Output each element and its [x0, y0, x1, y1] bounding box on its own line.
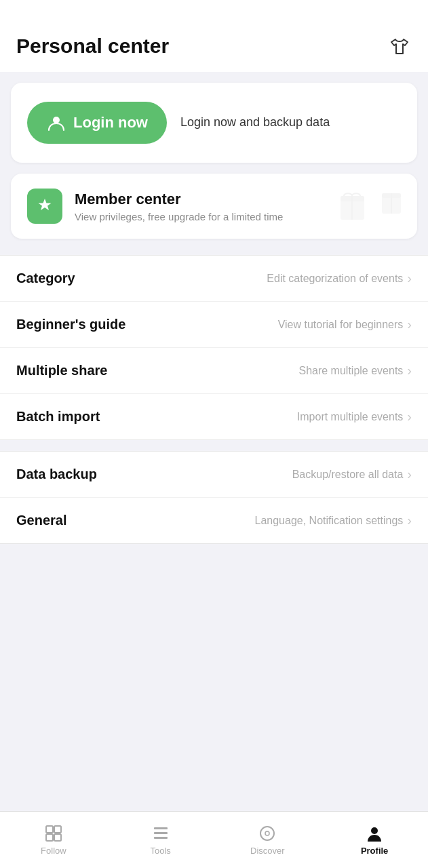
menu-desc-data-backup: Backup/restore all data — [292, 469, 404, 481]
menu-right-beginners-guide: View tutorial for beginners › — [278, 317, 412, 332]
login-card: Login now Login now and backup data — [11, 83, 417, 163]
tools-icon — [151, 824, 170, 843]
nav-label-tools: Tools — [150, 846, 170, 856]
menu-item-category[interactable]: Category Edit categorization of events › — [0, 256, 428, 302]
svg-rect-11 — [154, 827, 168, 829]
nav-label-profile: Profile — [361, 846, 388, 856]
login-description: Login now and backup data — [180, 114, 330, 131]
menu-label-multiple-share: Multiple share — [16, 363, 107, 378]
svg-rect-12 — [154, 832, 168, 834]
login-button[interactable]: Login now — [27, 102, 167, 144]
menu-desc-beginners-guide: View tutorial for beginners — [278, 319, 404, 331]
menu-item-multiple-share[interactable]: Multiple share Share multiple events › — [0, 348, 428, 394]
user-icon — [46, 113, 66, 133]
svg-point-14 — [260, 827, 274, 840]
menu-label-batch-import: Batch import — [16, 409, 100, 425]
member-bg-decoration — [337, 186, 410, 226]
menu-item-data-backup[interactable]: Data backup Backup/restore all data › — [0, 452, 428, 498]
profile-icon — [365, 824, 384, 843]
chevron-icon-beginners-guide: › — [407, 317, 412, 332]
chevron-icon-multiple-share: › — [407, 363, 412, 378]
menu-section-1: Category Edit categorization of events ›… — [0, 255, 428, 440]
chevron-icon-data-backup: › — [407, 467, 412, 482]
svg-rect-9 — [46, 834, 53, 841]
chevron-icon-batch-import: › — [407, 409, 412, 425]
header: Personal center — [0, 0, 428, 72]
menu-label-general: General — [16, 513, 66, 528]
menu-label-data-backup: Data backup — [16, 467, 97, 482]
svg-rect-8 — [54, 826, 61, 833]
menu-right-data-backup: Backup/restore all data › — [292, 467, 412, 482]
menu-item-batch-import[interactable]: Batch import Import multiple events › — [0, 394, 428, 439]
nav-item-follow[interactable]: Follow — [0, 818, 107, 861]
svg-rect-10 — [54, 834, 61, 841]
menu-item-general[interactable]: General Language, Notification settings … — [0, 498, 428, 543]
spacer-2 — [0, 446, 428, 451]
member-icon — [27, 189, 62, 224]
svg-point-15 — [265, 831, 269, 835]
menu-desc-category: Edit categorization of events — [267, 273, 403, 285]
page-title: Personal center — [16, 35, 169, 58]
follow-icon — [44, 824, 63, 843]
chevron-icon-general: › — [407, 513, 412, 528]
shirt-icon[interactable] — [387, 34, 412, 58]
menu-item-beginners-guide[interactable]: Beginner's guide View tutorial for begin… — [0, 302, 428, 348]
menu-label-beginners-guide: Beginner's guide — [16, 317, 125, 332]
svg-point-0 — [53, 117, 60, 123]
menu-section-2: Data backup Backup/restore all data › Ge… — [0, 451, 428, 544]
menu-desc-multiple-share: Share multiple events — [298, 365, 403, 377]
login-button-label: Login now — [73, 114, 148, 132]
bottom-nav: Follow Tools Discover Prof — [0, 811, 428, 868]
chevron-icon-category: › — [407, 271, 412, 286]
menu-desc-general: Language, Notification settings — [255, 515, 404, 527]
svg-rect-7 — [46, 826, 53, 833]
member-card[interactable]: Member center View privileges, free upgr… — [11, 174, 417, 239]
nav-label-follow: Follow — [41, 846, 66, 856]
nav-item-discover[interactable]: Discover — [214, 818, 322, 861]
nav-label-discover: Discover — [250, 846, 285, 856]
discover-icon — [258, 824, 277, 843]
menu-right-category: Edit categorization of events › — [267, 271, 412, 286]
menu-right-multiple-share: Share multiple events › — [298, 363, 412, 378]
spacer-1 — [0, 250, 428, 255]
svg-point-16 — [371, 827, 378, 834]
menu-desc-batch-import: Import multiple events — [297, 411, 404, 423]
menu-label-category: Category — [16, 271, 75, 286]
nav-item-profile[interactable]: Profile — [321, 818, 428, 861]
menu-right-general: Language, Notification settings › — [255, 513, 412, 528]
nav-item-tools[interactable]: Tools — [107, 818, 214, 861]
menu-right-batch-import: Import multiple events › — [297, 409, 412, 425]
svg-rect-13 — [154, 837, 168, 839]
